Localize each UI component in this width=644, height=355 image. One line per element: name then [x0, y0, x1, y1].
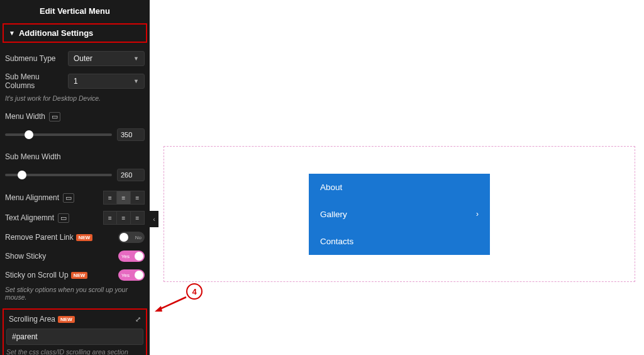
chevron-down-icon: ▼	[9, 30, 15, 37]
slider-menu-width[interactable]	[5, 133, 112, 136]
annotation-step-number: 4	[186, 283, 203, 300]
align-group-text: ≡ ≡ ≡	[103, 211, 145, 225]
label-sticky-scroll: Sticky on Scroll Up	[5, 271, 69, 279]
section-title: Additional Settings	[19, 28, 93, 38]
menu-item-gallery[interactable]: Gallery ›	[309, 201, 490, 228]
section-additional-settings[interactable]: ▼ Additional Settings	[3, 23, 147, 43]
row-menu-align: Menu Alignment ▭ ≡ ≡ ≡	[0, 188, 150, 208]
annotation-arrow	[152, 295, 190, 313]
chevron-right-icon: ›	[476, 210, 479, 218]
row-text-align: Text Alignemnt ▭ ≡ ≡ ≡	[0, 208, 150, 228]
toggle-sticky-scroll[interactable]: Yes	[118, 269, 145, 281]
input-submenu-width[interactable]	[117, 169, 145, 181]
toggle-knob	[135, 252, 143, 261]
input-scrolling-area[interactable]	[6, 329, 143, 345]
select-submenu-type[interactable]: Outer ▼	[68, 51, 145, 66]
toggle-show-sticky[interactable]: Yes	[118, 251, 145, 262]
label-show-sticky: Show Sticky	[5, 252, 46, 261]
chevron-left-icon: ‹	[153, 215, 155, 223]
slider-submenu-width[interactable]	[5, 174, 112, 176]
menu-item-about[interactable]: About	[309, 174, 490, 201]
label-remove-parent: Remove Parent Link	[5, 233, 74, 242]
badge-new: NEW	[58, 316, 75, 323]
slider-row-submenu-width	[0, 166, 150, 188]
input-menu-width[interactable]	[117, 128, 145, 141]
menu-item-label: Contacts	[320, 237, 353, 246]
caret-down-icon: ▼	[133, 55, 139, 62]
row-remove-parent: Remove Parent Link NEW No	[0, 228, 150, 247]
toggle-remove-parent[interactable]: No	[118, 232, 145, 243]
desktop-icon[interactable]: ▭	[49, 112, 60, 121]
label-scrolling-area: Scrolling Area	[9, 315, 55, 324]
row-submenu-cols: Sub Menu Columns 1 ▼	[0, 69, 150, 93]
label-submenu-cols: Sub Menu Columns	[5, 72, 68, 90]
hint-sticky: Set sticky options when you scroll up yo…	[0, 285, 150, 306]
label-submenu-type: Submenu Type	[5, 54, 68, 63]
toggle-label: Yes	[121, 254, 130, 259]
badge-new: NEW	[76, 234, 93, 241]
hint-desktop-only: It's just work for Desktop Device.	[0, 93, 150, 107]
svg-marker-1	[155, 306, 162, 312]
label-text-align: Text Alignemnt	[5, 213, 54, 222]
settings-sidebar: Edit Vertical Menu ▼ Additional Settings…	[0, 0, 150, 355]
row-submenu-type: Submenu Type Outer ▼	[0, 48, 150, 69]
row-scrolling-area: Scrolling Area NEW ⤢	[6, 312, 143, 327]
toggle-knob	[119, 233, 128, 242]
align-center-button[interactable]: ≡	[117, 211, 131, 225]
toggle-label: Yes	[121, 273, 130, 278]
select-value: 1	[74, 77, 78, 86]
preview-canvas: About Gallery › Contacts	[164, 146, 635, 282]
hint-scrolling: Set the css class/ID scrolling area sect…	[6, 347, 143, 355]
row-sticky-scroll: Sticky on Scroll Up NEW Yes	[0, 266, 150, 285]
align-group-menu: ≡ ≡ ≡	[103, 191, 145, 205]
scrolling-area-group: Scrolling Area NEW ⤢ Set the css class/I…	[3, 308, 147, 355]
label-submenu-width: Sub Menu Width	[5, 152, 61, 161]
align-left-button[interactable]: ≡	[103, 191, 117, 205]
row-submenu-width: Sub Menu Width	[0, 147, 150, 166]
select-submenu-cols[interactable]: 1 ▼	[68, 74, 145, 89]
menu-item-contacts[interactable]: Contacts	[309, 228, 490, 255]
desktop-icon[interactable]: ▭	[58, 213, 69, 223]
collapse-sidebar-button[interactable]: ‹	[150, 211, 158, 227]
align-right-button[interactable]: ≡	[131, 211, 145, 225]
expand-icon[interactable]: ⤢	[135, 315, 141, 324]
row-show-sticky: Show Sticky Yes	[0, 247, 150, 266]
desktop-icon[interactable]: ▭	[63, 193, 74, 203]
align-center-button[interactable]: ≡	[117, 191, 131, 205]
align-left-button[interactable]: ≡	[103, 211, 117, 225]
badge-new: NEW	[71, 272, 88, 279]
slider-row-menu-width	[0, 126, 150, 147]
slider-thumb[interactable]	[25, 130, 33, 139]
caret-down-icon: ▼	[133, 78, 139, 84]
align-right-button[interactable]: ≡	[131, 191, 145, 205]
label-menu-align: Menu Alignment	[5, 193, 59, 202]
svg-line-0	[158, 297, 186, 310]
menu-item-label: About	[320, 183, 342, 192]
toggle-knob	[135, 271, 143, 279]
panel-title: Edit Vertical Menu	[0, 0, 150, 23]
toggle-label: No	[135, 235, 142, 240]
slider-thumb[interactable]	[18, 171, 26, 179]
label-menu-width: Menu Width	[5, 112, 45, 121]
row-menu-width: Menu Width ▭	[0, 107, 150, 126]
menu-item-label: Gallery	[320, 210, 347, 219]
vertical-menu-widget: About Gallery › Contacts	[309, 174, 490, 255]
select-value: Outer	[74, 54, 92, 63]
